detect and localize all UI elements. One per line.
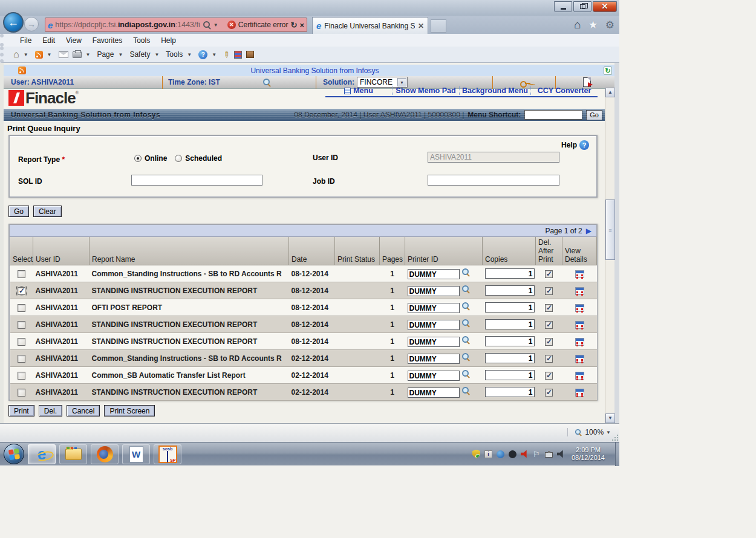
printer-search-icon[interactable] xyxy=(461,319,470,327)
refresh-icon[interactable]: ↻ xyxy=(291,21,298,30)
copies-input[interactable] xyxy=(485,268,535,279)
rss-dropdown-icon[interactable]: ▼ xyxy=(47,52,52,57)
menu-shortcut-go-button[interactable]: Go xyxy=(586,110,602,120)
safety-menu[interactable]: Safety xyxy=(129,50,150,59)
help-link[interactable]: Help ? xyxy=(561,140,589,150)
taskbar-clock[interactable]: 2:09 PM 08/12/2014 xyxy=(569,446,611,462)
tray-app-icon[interactable] xyxy=(509,450,516,458)
browser-tab[interactable]: e Finacle Universal Banking S... ✕ xyxy=(312,17,428,34)
printer-id-input[interactable] xyxy=(408,337,460,347)
page-menu[interactable]: Page xyxy=(97,50,114,59)
forward-button[interactable]: → xyxy=(24,17,39,31)
menu-help[interactable]: Help xyxy=(155,36,181,45)
scroll-down-icon[interactable]: ▼ xyxy=(605,413,615,423)
printer-id-input[interactable] xyxy=(408,371,460,381)
notification-info-icon[interactable]: i xyxy=(484,450,492,458)
print-dropdown-icon[interactable]: ▼ xyxy=(86,52,91,57)
job-id-input[interactable] xyxy=(428,175,559,186)
timezone-search-icon[interactable] xyxy=(262,78,271,86)
nav-link-background-menu[interactable]: Background Menu xyxy=(459,86,530,95)
stop-icon[interactable]: × xyxy=(299,21,304,30)
printer-search-icon[interactable] xyxy=(461,285,470,293)
printer-search-icon[interactable] xyxy=(461,369,470,378)
help-question-icon[interactable]: ? xyxy=(579,140,589,150)
view-details-icon[interactable] xyxy=(575,270,584,278)
nav-link-menu[interactable]: Menu xyxy=(325,86,392,95)
view-details-icon[interactable] xyxy=(575,338,584,346)
scrollbar-thumb[interactable]: ≡ xyxy=(605,199,615,260)
restore-button[interactable] xyxy=(573,1,591,12)
copies-input[interactable] xyxy=(485,353,535,363)
sol-id-input[interactable] xyxy=(131,175,262,186)
address-dropdown-icon[interactable]: ▼ xyxy=(213,22,218,28)
delete-button[interactable]: Del. xyxy=(39,405,62,416)
taskbar-file-explorer[interactable] xyxy=(59,444,87,464)
tab-close-icon[interactable]: ✕ xyxy=(418,22,424,30)
printer-search-icon[interactable] xyxy=(461,302,470,310)
taskbar-word[interactable]: W xyxy=(122,444,150,464)
show-desktop-button[interactable] xyxy=(615,442,619,466)
menu-view[interactable]: View xyxy=(60,36,87,45)
menu-edit[interactable]: Edit xyxy=(37,36,60,45)
close-button[interactable]: ✕ xyxy=(593,1,617,12)
taskbar-sosb-app[interactable]: sosb SP xyxy=(154,444,181,464)
vertical-scrollbar[interactable]: ▲ ≡ ▼ xyxy=(605,88,614,423)
resize-grip[interactable] xyxy=(612,435,618,441)
view-details-icon[interactable] xyxy=(575,304,584,312)
print-button[interactable]: Print xyxy=(8,405,34,416)
start-button[interactable] xyxy=(4,444,24,464)
del-after-print-checkbox[interactable] xyxy=(545,338,553,346)
menu-shortcut-input[interactable] xyxy=(524,110,582,120)
address-bar[interactable]: e https://dpdcpfjc.fsi.indiapost.gov.in:… xyxy=(45,18,307,32)
rss-feed-icon[interactable] xyxy=(35,51,43,59)
network-icon[interactable] xyxy=(545,452,553,458)
speaker-icon[interactable] xyxy=(557,450,565,458)
nav-link-show-memo-pad[interactable]: Show Memo Pad xyxy=(392,86,459,95)
windows-update-icon[interactable] xyxy=(497,450,504,458)
select-checkbox[interactable] xyxy=(18,304,25,312)
refresh-page-icon[interactable]: ↻ xyxy=(604,66,612,75)
view-details-icon[interactable] xyxy=(575,372,584,380)
printer-id-input[interactable] xyxy=(408,387,460,398)
safety-dropdown-icon[interactable]: ▼ xyxy=(154,52,159,57)
scroll-up-icon[interactable]: ▲ xyxy=(605,88,615,97)
select-checkbox[interactable] xyxy=(18,287,25,295)
printer-id-input[interactable] xyxy=(408,286,460,296)
favorites-star-icon[interactable]: ★ xyxy=(588,18,598,31)
del-after-print-checkbox[interactable] xyxy=(545,287,553,295)
pen-tool-icon[interactable]: ✎ xyxy=(221,49,232,60)
view-details-icon[interactable] xyxy=(575,389,584,397)
go-button[interactable]: Go xyxy=(8,206,29,217)
url-text[interactable]: https://dpdcpfjc.fsi.indiapost.gov.in:14… xyxy=(55,21,200,29)
select-checkbox[interactable] xyxy=(18,355,25,363)
next-page-icon[interactable]: ▶ xyxy=(586,227,591,235)
help-dropdown-icon[interactable]: ▼ xyxy=(212,52,217,57)
printer-search-icon[interactable] xyxy=(461,268,470,276)
cancel-button[interactable]: Cancel xyxy=(67,405,100,416)
del-after-print-checkbox[interactable] xyxy=(545,355,553,363)
help-button-icon[interactable]: ? xyxy=(198,50,207,59)
minimize-button[interactable] xyxy=(554,1,572,12)
taskbar-internet-explorer[interactable]: e xyxy=(28,444,56,464)
scheduled-radio[interactable] xyxy=(175,155,182,162)
page-dropdown-icon[interactable]: ▼ xyxy=(118,52,123,57)
copies-input[interactable] xyxy=(485,370,535,380)
del-after-print-checkbox[interactable] xyxy=(545,372,553,380)
tools-menu[interactable]: Tools xyxy=(166,50,183,59)
home-icon[interactable]: ⌂ xyxy=(574,18,581,31)
del-after-print-checkbox[interactable] xyxy=(545,270,553,278)
printer-id-input[interactable] xyxy=(408,354,460,364)
printer-search-icon[interactable] xyxy=(461,386,470,395)
menu-tools[interactable]: Tools xyxy=(128,36,155,45)
view-details-icon[interactable] xyxy=(575,355,584,363)
search-icon[interactable] xyxy=(203,21,211,29)
action-center-flag-icon[interactable]: ⚐ xyxy=(533,450,541,458)
copies-input[interactable] xyxy=(485,302,535,313)
printer-id-input[interactable] xyxy=(408,320,460,330)
zoom-control[interactable]: 100% ▼ xyxy=(567,428,611,436)
copies-input[interactable] xyxy=(485,285,535,296)
printer-id-input[interactable] xyxy=(408,303,460,313)
home-button-icon[interactable]: ⌂ xyxy=(13,49,19,60)
home-dropdown-icon[interactable]: ▼ xyxy=(24,52,28,57)
select-checkbox[interactable] xyxy=(18,321,25,329)
